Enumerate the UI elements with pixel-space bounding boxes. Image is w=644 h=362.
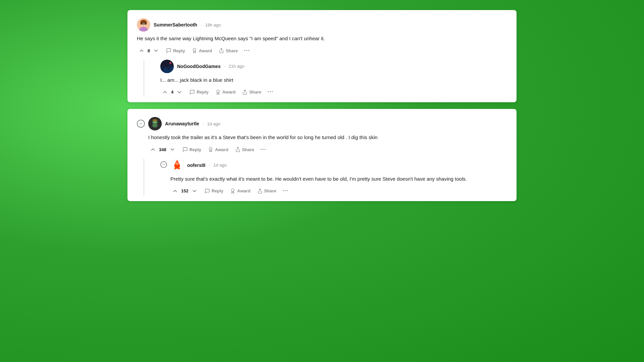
comment-body-summersabertooth: He says it the same way Lightning McQuee… [137,35,507,43]
timestamp-ooferslll: 1d ago [213,163,227,168]
comment-header-4: oofersIII · 1d ago [170,159,507,172]
svg-rect-31 [153,120,157,120]
vote-group-4: 152 [170,186,199,196]
svg-point-42 [176,163,177,164]
action-bar-3: 348 Reply [148,145,507,155]
svg-point-45 [178,168,180,169]
action-bar-2: 4 Reply [160,87,507,97]
upvote-button-4[interactable] [170,186,180,196]
avatar-ooferslll [170,159,184,172]
avatar-arunawayturtle [148,117,162,130]
more-button-4[interactable]: ··· [280,186,290,196]
vote-group-2: 4 [160,87,184,97]
timestamp-1: · [201,22,202,27]
upvote-button-3[interactable] [148,145,158,154]
comment-with-collapse-3: Arunawayturtle · 1d ago I honestly took … [137,117,507,155]
comment-header-2: NoGoodGodGames · 21h ago [160,60,507,73]
comment-content-3: Arunawayturtle · 1d ago I honestly took … [148,117,507,155]
downvote-button-3[interactable] [168,145,177,154]
svg-point-10 [142,23,143,24]
comment-thread-1: SummerSabertooth · 18h ago He says it th… [137,18,507,97]
downvote-button-4[interactable] [190,186,199,196]
vote-count-2: 4 [171,89,173,95]
svg-point-25 [152,124,158,127]
svg-point-28 [154,122,154,122]
award-button-3[interactable]: Award [205,145,231,154]
comment-header-1: SummerSabertooth · 18h ago [137,18,507,32]
comment-content-4: oofersIII · 1d ago Pretty sure that's ex… [170,159,507,196]
vote-count-1: 8 [148,48,150,53]
downvote-button-2[interactable] [175,87,184,97]
reply-button-3[interactable]: Reply [180,145,204,154]
award-button-2[interactable]: Award [213,88,238,96]
username-ooferslll: oofersIII [187,163,205,168]
reply-button-1[interactable]: Reply [163,47,187,55]
avatar-summersabertooth [137,18,150,32]
username-summersabertooth: SummerSabertooth [154,22,197,27]
timestamp-summersabertooth: 18h ago [205,22,221,27]
timestamp-arunawayturtle: 1d ago [207,121,221,126]
downvote-button-1[interactable] [151,46,161,55]
upvote-button-2[interactable] [160,87,170,97]
vote-group-3: 348 [148,145,177,154]
comment-body-arunawayturtle: I honestly took the trailer as it's a St… [148,134,507,141]
vote-group-1: 8 [137,46,161,55]
svg-point-38 [176,160,178,162]
share-button-3[interactable]: Share [232,145,257,154]
vote-count-4: 152 [181,188,189,193]
comment-item-3: Arunawayturtle · 1d ago I honestly took … [137,117,507,155]
comment-header-3: Arunawayturtle · 1d ago [148,117,507,130]
svg-point-43 [177,163,178,164]
reply-button-4[interactable]: Reply [202,187,226,195]
svg-point-29 [156,122,156,122]
more-button-2[interactable]: ··· [265,87,275,97]
comment-thread-2: Arunawayturtle · 1d ago I honestly took … [137,117,507,196]
comment-body-nogoodgodgames: I... am... jack black in a blue shirt [160,76,507,84]
svg-point-44 [174,168,176,169]
action-bar-1: 8 Reply [137,46,507,56]
avatar-nogoodgodgames [160,60,174,73]
timestamp-nogoodgodgames: 21h ago [229,64,245,69]
share-button-4[interactable]: Share [255,187,279,195]
award-button-1[interactable]: Award [189,47,215,55]
timestamp-sep-3: · [203,121,204,126]
more-button-3[interactable]: ··· [258,145,268,155]
vote-count-3: 348 [159,147,166,152]
comment-card-1: SummerSabertooth · 18h ago He says it th… [127,10,517,102]
comment-card-2: Arunawayturtle · 1d ago I honestly took … [127,109,517,201]
comment-body-ooferslll: Pretty sure that's exactly what it's mea… [170,175,507,183]
comment-item-2: NoGoodGodGames · 21h ago I... am... jack… [160,60,507,97]
username-nogoodgodgames: NoGoodGodGames [177,64,221,69]
collapse-button-3[interactable] [137,120,145,128]
comment-item-4: oofersIII · 1d ago Pretty sure that's ex… [160,159,507,196]
svg-point-18 [169,62,171,64]
reply-button-2[interactable]: Reply [187,88,211,96]
share-button-1[interactable]: Share [216,47,240,55]
collapse-button-4[interactable] [160,161,167,168]
comment-with-collapse-4: oofersIII · 1d ago Pretty sure that's ex… [160,159,507,196]
comment-item-1: SummerSabertooth · 18h ago He says it th… [137,18,507,56]
timestamp-sep-4: · [209,163,210,168]
award-button-4[interactable]: Award [227,187,253,195]
svg-point-11 [145,23,145,24]
upvote-button-1[interactable] [137,46,146,55]
more-button-1[interactable]: ··· [242,46,252,56]
comment-indent-4: oofersIII · 1d ago Pretty sure that's ex… [144,159,507,196]
username-arunawayturtle: Arunawayturtle [165,121,199,126]
timestamp-sep-2: · [224,64,225,69]
comment-indent-2: NoGoodGodGames · 21h ago I... am... jack… [144,60,507,97]
action-bar-4: 152 Repl [170,186,507,196]
share-button-2[interactable]: Share [239,88,264,96]
